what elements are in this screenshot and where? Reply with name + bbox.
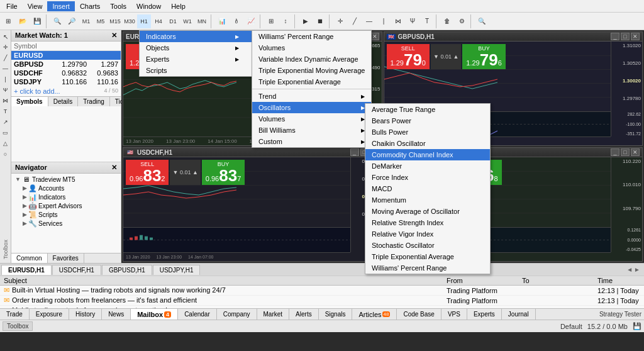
tb-chart-bar[interactable]: 📊: [215, 14, 229, 28]
bottom-tab-vps[interactable]: VPS: [441, 309, 467, 320]
bottom-tab-strategy[interactable]: Strategy Tester: [597, 311, 644, 318]
toolbox-channel[interactable]: ⋈: [1, 96, 11, 106]
toolbox-fib[interactable]: Ψ: [1, 85, 11, 95]
tb-search[interactable]: 🔍: [475, 14, 489, 28]
osc-momentum[interactable]: Momentum: [365, 194, 490, 206]
mail-row-1[interactable]: ✉Built-in Virtual Hosting — trading robo…: [0, 286, 644, 296]
nav-item-indicators[interactable]: ▶ 📊 Indicators: [13, 192, 119, 201]
mw-row-gbpusd[interactable]: GBPUSD 1.29790 1.297: [11, 60, 121, 69]
mw-row-usdjpy[interactable]: USDJPY 110.166 110.16: [11, 77, 121, 86]
tb-zoom-out[interactable]: 🔎: [65, 14, 79, 28]
tb-draw-channel[interactable]: ⋈: [391, 14, 405, 28]
mw-tab-details[interactable]: Details: [48, 97, 79, 106]
tb-chart-candle[interactable]: 🕯: [230, 14, 243, 28]
bottom-tab-news[interactable]: News: [102, 309, 131, 320]
ind-volumes2[interactable]: Volumes ▶: [252, 113, 371, 125]
toolbox-line[interactable]: ╱: [1, 53, 11, 63]
insert-scripts[interactable]: Scripts: [140, 65, 252, 76]
toolbox-arrow[interactable]: ↗: [1, 117, 11, 127]
tb-period-h1[interactable]: H1: [137, 14, 151, 28]
tb-save[interactable]: 💾: [30, 14, 44, 28]
bottom-tab-alerts[interactable]: Alerts: [289, 309, 319, 320]
toolbox-triangle[interactable]: △: [1, 138, 11, 148]
insert-objects[interactable]: Objects ▶: [140, 42, 252, 53]
mw-tab-symbols[interactable]: Symbols: [11, 97, 48, 106]
osc-rsi[interactable]: Relative Strength Index: [365, 217, 490, 228]
tb-zoom-in[interactable]: 🔍: [50, 14, 64, 28]
ind-williams[interactable]: Williams' Percent Range: [252, 31, 371, 42]
menu-help[interactable]: Help: [166, 1, 191, 11]
tb-open[interactable]: 📂: [16, 14, 30, 28]
toolbox-ellipse[interactable]: ○: [1, 149, 11, 159]
bottom-tab-signals[interactable]: Signals: [319, 309, 353, 320]
usdchf-buy[interactable]: BUY 0.96 83 7: [202, 160, 245, 185]
toolbox-toggle[interactable]: Toolbox: [3, 321, 33, 331]
bottom-tab-exposure[interactable]: Exposure: [30, 309, 69, 320]
bottom-tab-articles[interactable]: Articles 48: [352, 309, 397, 320]
toolbox-crosshair[interactable]: ✛: [1, 42, 11, 52]
tb-period-m30[interactable]: M30: [123, 14, 136, 28]
osc-cci[interactable]: Commodity Channel Index: [365, 149, 490, 160]
tb-new[interactable]: ⊞: [1, 14, 15, 28]
insert-experts[interactable]: Experts ▶: [140, 53, 252, 65]
usdchf-sell[interactable]: SELL 0.96 83 2: [126, 160, 169, 185]
chart-gbpusd-close[interactable]: ✕: [631, 33, 640, 40]
chart-tab-eurusd[interactable]: EURUSD,H1: [1, 265, 52, 275]
osc-macd[interactable]: MACD: [365, 183, 490, 194]
add-symbol-btn[interactable]: + click to add... 4 / 50: [11, 86, 121, 96]
tb-period-m1[interactable]: M1: [79, 14, 93, 28]
toolbox-cursor[interactable]: ↖: [1, 31, 11, 42]
nav-item-services[interactable]: ▶ 🔧 Services: [13, 219, 119, 228]
chart-tab-usdjpy[interactable]: USDJPY,H1: [153, 265, 201, 275]
nav-tab-common[interactable]: Common: [11, 254, 48, 263]
toolbox-rectangle[interactable]: ▭: [1, 128, 11, 138]
menu-window[interactable]: Window: [131, 1, 166, 11]
osc-bears[interactable]: Bears Power: [365, 115, 490, 126]
tb-period-h4[interactable]: H4: [152, 14, 165, 28]
chart-tab-usdchf[interactable]: USDCHF,H1: [52, 265, 101, 275]
toolbox-text[interactable]: T: [1, 106, 11, 116]
mw-row-usdchf[interactable]: USDCHF 0.96832 0.9683: [11, 69, 121, 77]
chart-gbpusd-minimize[interactable]: _: [611, 33, 619, 40]
bottom-tab-trade[interactable]: Trade: [0, 309, 30, 320]
chart-usdjpy-maximize[interactable]: □: [621, 148, 630, 156]
osc-chaikin[interactable]: Chaikin Oscillator: [365, 138, 490, 149]
menu-file[interactable]: File: [1, 1, 23, 11]
bottom-tab-mailbox[interactable]: Mailbox 4: [131, 309, 178, 320]
tb-crosshair[interactable]: ✛: [333, 14, 347, 28]
osc-force[interactable]: Force Index: [365, 172, 490, 183]
osc-tema[interactable]: Triple Exponential Average: [365, 251, 490, 262]
nav-tab-favorites[interactable]: Favorites: [48, 254, 84, 263]
market-watch-close[interactable]: ✕: [111, 31, 117, 40]
mw-tab-trading[interactable]: Trading: [78, 97, 110, 106]
menu-view[interactable]: View: [23, 1, 48, 11]
mail-row-2[interactable]: ✉Order trading robots from freelancers —…: [0, 296, 644, 306]
tb-properties[interactable]: ⚙: [455, 14, 469, 28]
ind-volumes[interactable]: Volumes: [252, 42, 371, 53]
osc-williams-pct[interactable]: Williams' Percent Range: [365, 262, 490, 274]
tb-period-w1[interactable]: W1: [180, 14, 194, 28]
menu-charts[interactable]: Charts: [75, 1, 105, 11]
bottom-tab-market[interactable]: Market: [257, 309, 290, 320]
mw-row-eurusd[interactable]: EURUSD: [11, 51, 121, 60]
tb-period-mn1[interactable]: MN: [195, 14, 209, 28]
tb-expert-start[interactable]: ▶: [299, 14, 313, 28]
tb-period-m15[interactable]: M15: [108, 14, 122, 28]
ind-custom[interactable]: Custom ▶: [252, 136, 371, 147]
tb-grid[interactable]: ⊞: [264, 14, 278, 28]
chart-usdchf-minimize[interactable]: _: [350, 148, 359, 156]
osc-atr[interactable]: Average True Range: [365, 104, 490, 115]
ind-tea[interactable]: Triple Exponential Average: [252, 76, 371, 87]
bottom-tab-journal[interactable]: Journal: [502, 309, 536, 320]
menu-insert[interactable]: Insert: [47, 1, 75, 11]
osc-mao[interactable]: Moving Average of Oscillator: [365, 206, 490, 217]
bottom-tab-codebase[interactable]: Code Base: [397, 309, 441, 320]
osc-stoch[interactable]: Stochastic Oscillator: [365, 240, 490, 251]
tb-period-m5[interactable]: M5: [94, 14, 108, 28]
toolbox-hline[interactable]: —: [1, 64, 11, 74]
tb-chart-line[interactable]: 📈: [244, 14, 258, 28]
tb-volumes[interactable]: ↕: [279, 14, 292, 28]
ind-vidya[interactable]: Variable Index Dynamic Average: [252, 53, 371, 65]
gbpusd-sell[interactable]: SELL 1.29 79 0: [387, 44, 430, 69]
ind-trend[interactable]: Trend ▶: [252, 91, 371, 102]
